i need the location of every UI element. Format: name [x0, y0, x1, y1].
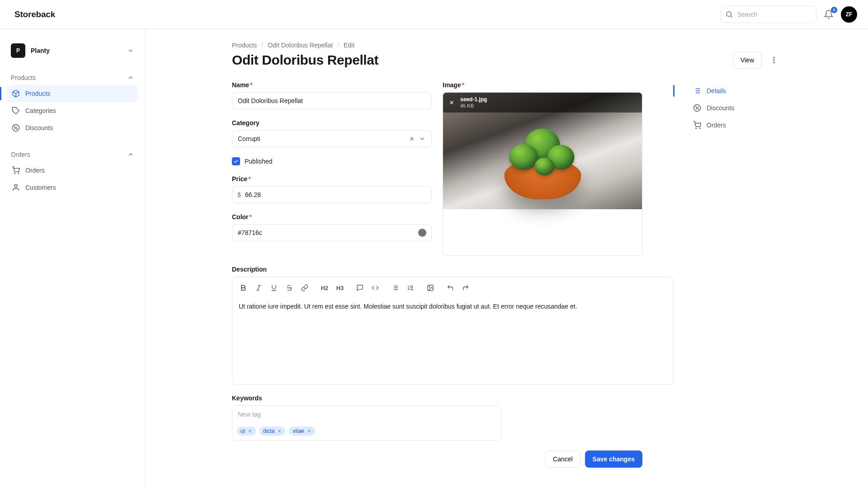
svg-point-12	[774, 60, 774, 61]
bullet-list-button[interactable]	[388, 281, 402, 295]
published-checkbox[interactable]	[232, 157, 240, 165]
notifications-button[interactable]: 0	[824, 9, 834, 19]
sidebar-item-customers[interactable]: Customers	[7, 179, 138, 196]
global-search[interactable]	[721, 6, 816, 23]
field-price: Price* $	[232, 175, 432, 203]
redo-button[interactable]	[458, 281, 473, 295]
breadcrumb-products[interactable]: Products	[232, 42, 257, 49]
tag-item: dicta	[259, 427, 285, 436]
bold-button[interactable]	[236, 281, 250, 295]
italic-icon	[255, 284, 262, 291]
svg-point-33	[429, 286, 430, 287]
breadcrumb-sep: /	[337, 42, 339, 49]
box-icon	[12, 89, 20, 98]
section-tab-discounts[interactable]: Discounts	[687, 99, 782, 117]
h3-button[interactable]: H3	[333, 281, 347, 295]
price-input[interactable]	[232, 186, 432, 203]
code-button[interactable]	[368, 281, 382, 295]
image-filename: seed-1.jpg	[460, 96, 487, 103]
underline-button[interactable]	[267, 281, 281, 295]
field-published[interactable]: Published	[232, 157, 432, 165]
sidebar: P Planty Products Products Categories Di…	[0, 29, 146, 488]
list-ordered-icon	[407, 284, 414, 291]
search-input[interactable]	[721, 6, 816, 23]
tag-list: ut dicta vitae	[232, 423, 501, 440]
close-icon	[307, 429, 311, 433]
close-icon	[448, 99, 455, 106]
color-swatch[interactable]	[418, 229, 426, 237]
italic-button[interactable]	[251, 281, 266, 295]
chevron-up-icon	[127, 74, 134, 81]
product-image	[494, 107, 591, 204]
page-title: Odit Doloribus Repellat	[232, 52, 378, 68]
required-icon: *	[462, 81, 464, 89]
bold-icon	[240, 284, 247, 291]
breadcrumb-sep: /	[261, 42, 263, 49]
tag-remove-button[interactable]	[248, 429, 252, 433]
ordered-list-button[interactable]	[403, 281, 418, 295]
image-button[interactable]	[423, 281, 438, 295]
sidebar-section-products[interactable]: Products	[7, 70, 138, 85]
user-avatar[interactable]: ZF	[841, 6, 857, 23]
cart-icon	[12, 166, 20, 174]
category-label: Category	[232, 119, 259, 127]
clear-icon[interactable]	[409, 136, 415, 142]
svg-point-48	[696, 107, 697, 108]
svg-point-51	[699, 128, 700, 129]
keywords-input[interactable]	[232, 406, 501, 423]
save-button[interactable]: Save changes	[585, 450, 642, 468]
sidebar-item-label: Products	[25, 90, 50, 97]
published-label: Published	[245, 158, 273, 165]
percent-icon	[12, 124, 20, 132]
tag-label: ut	[241, 428, 245, 434]
image-filesize: 45 KB	[460, 103, 487, 109]
tag-remove-button[interactable]	[307, 429, 311, 433]
name-input[interactable]	[232, 92, 432, 109]
link-icon	[301, 284, 308, 291]
breadcrumb-product[interactable]: Odit Doloribus Repellat	[268, 42, 333, 49]
notifications-count: 0	[831, 7, 837, 13]
h2-button[interactable]: H2	[317, 281, 332, 295]
section-tab-label: Orders	[707, 122, 726, 129]
svg-point-7	[17, 129, 18, 130]
sidebar-item-orders[interactable]: Orders	[7, 162, 138, 179]
svg-point-49	[698, 109, 699, 110]
close-icon	[277, 429, 282, 433]
required-icon: *	[248, 175, 250, 183]
sidebar-item-discounts[interactable]: Discounts	[7, 119, 138, 136]
list-icon	[693, 87, 701, 95]
undo-button[interactable]	[443, 281, 458, 295]
sidebar-item-label: Orders	[25, 167, 45, 174]
sidebar-section-label: Products	[11, 74, 36, 81]
chevron-down-icon	[419, 135, 426, 142]
category-value: Corrupti	[238, 135, 260, 142]
cancel-button[interactable]: Cancel	[545, 450, 580, 468]
svg-point-9	[18, 173, 19, 174]
image-uploader[interactable]: seed-1.jpg 45 KB	[443, 92, 642, 256]
tag-remove-button[interactable]	[277, 429, 282, 433]
category-select[interactable]: Corrupti	[232, 130, 432, 147]
tag-item: vitae	[289, 427, 315, 436]
section-tab-details[interactable]: Details	[687, 82, 782, 99]
more-actions-button[interactable]	[766, 52, 782, 69]
quote-button[interactable]	[353, 281, 367, 295]
sidebar-section-orders[interactable]: Orders	[7, 147, 138, 162]
view-button[interactable]: View	[733, 52, 762, 69]
close-icon	[248, 429, 252, 433]
currency-symbol: $	[237, 191, 241, 198]
sidebar-item-products[interactable]: Products	[7, 85, 138, 102]
link-button[interactable]	[297, 281, 312, 295]
code-icon	[372, 284, 379, 291]
remove-image-button[interactable]	[448, 99, 455, 106]
editor-toolbar: H2 H3	[232, 277, 673, 299]
sidebar-item-label: Categories	[25, 107, 56, 114]
keywords-label: Keywords	[232, 394, 262, 402]
color-input[interactable]	[232, 224, 432, 241]
sidebar-item-categories[interactable]: Categories	[7, 102, 138, 119]
tenant-switcher[interactable]: P Planty	[7, 40, 138, 61]
tenant-name: Planty	[31, 47, 50, 54]
required-icon: *	[250, 81, 252, 89]
section-tab-orders[interactable]: Orders	[687, 117, 782, 134]
strike-button[interactable]	[282, 281, 297, 295]
description-textarea[interactable]: Ut ratione iure impedit. Ut rem est esse…	[232, 299, 673, 384]
